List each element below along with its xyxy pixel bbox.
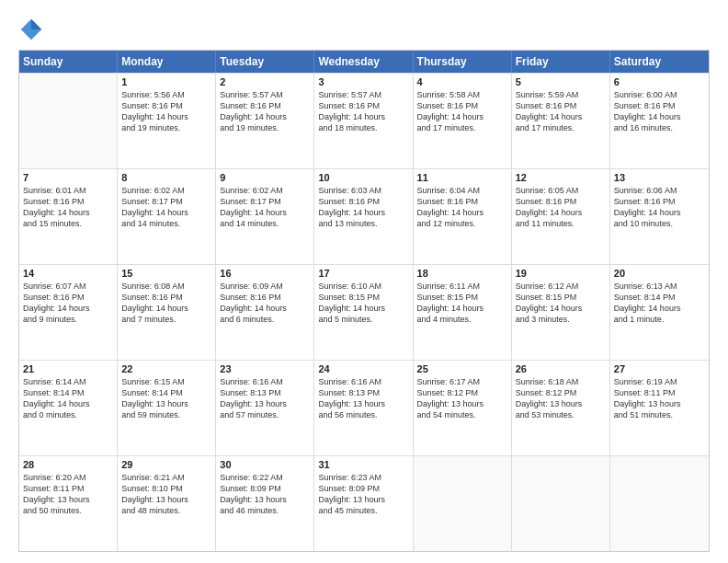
day-info: Sunrise: 6:08 AM Sunset: 8:16 PM Dayligh…	[121, 281, 211, 326]
day-number: 17	[318, 268, 408, 279]
day-number: 27	[614, 363, 705, 374]
cal-header-cell: Thursday	[414, 51, 512, 73]
day-number: 10	[318, 172, 408, 183]
cal-cell	[512, 456, 610, 551]
day-info: Sunrise: 6:09 AM Sunset: 8:16 PM Dayligh…	[220, 281, 310, 326]
logo-icon	[18, 17, 44, 42]
day-info: Sunrise: 6:17 AM Sunset: 8:12 PM Dayligh…	[417, 376, 507, 421]
day-number: 23	[220, 363, 310, 374]
day-number: 7	[23, 172, 113, 183]
cal-week: 21Sunrise: 6:14 AM Sunset: 8:14 PM Dayli…	[19, 360, 709, 455]
day-info: Sunrise: 5:57 AM Sunset: 8:16 PM Dayligh…	[220, 89, 310, 134]
day-info: Sunrise: 6:20 AM Sunset: 8:11 PM Dayligh…	[23, 472, 113, 517]
day-number: 3	[318, 76, 408, 87]
day-info: Sunrise: 6:16 AM Sunset: 8:13 PM Dayligh…	[318, 376, 408, 421]
cal-cell: 6Sunrise: 6:00 AM Sunset: 8:16 PM Daylig…	[610, 74, 709, 168]
day-info: Sunrise: 5:59 AM Sunset: 8:16 PM Dayligh…	[516, 89, 606, 134]
day-info: Sunrise: 6:21 AM Sunset: 8:10 PM Dayligh…	[121, 472, 211, 517]
cal-cell	[610, 456, 709, 551]
day-info: Sunrise: 6:01 AM Sunset: 8:16 PM Dayligh…	[23, 185, 113, 230]
cal-cell: 12Sunrise: 6:05 AM Sunset: 8:16 PM Dayli…	[512, 169, 610, 264]
day-info: Sunrise: 6:16 AM Sunset: 8:13 PM Dayligh…	[220, 376, 310, 421]
cal-cell: 2Sunrise: 5:57 AM Sunset: 8:16 PM Daylig…	[216, 74, 314, 168]
cal-header-cell: Monday	[118, 51, 216, 73]
day-number: 9	[220, 172, 310, 183]
day-number: 25	[417, 363, 507, 374]
svg-marker-1	[31, 19, 41, 29]
cal-week: 28Sunrise: 6:20 AM Sunset: 8:11 PM Dayli…	[19, 455, 709, 551]
day-info: Sunrise: 5:57 AM Sunset: 8:16 PM Dayligh…	[318, 89, 408, 134]
day-info: Sunrise: 5:58 AM Sunset: 8:16 PM Dayligh…	[417, 89, 507, 134]
cal-cell: 21Sunrise: 6:14 AM Sunset: 8:14 PM Dayli…	[19, 361, 118, 455]
day-info: Sunrise: 6:15 AM Sunset: 8:14 PM Dayligh…	[121, 376, 211, 421]
cal-cell: 30Sunrise: 6:22 AM Sunset: 8:09 PM Dayli…	[216, 456, 314, 551]
day-number: 29	[121, 459, 211, 470]
cal-header-cell: Friday	[512, 51, 610, 73]
cal-cell: 19Sunrise: 6:12 AM Sunset: 8:15 PM Dayli…	[512, 265, 610, 360]
page: SundayMondayTuesdayWednesdayThursdayFrid…	[0, 0, 728, 563]
cal-cell: 27Sunrise: 6:19 AM Sunset: 8:11 PM Dayli…	[610, 361, 709, 455]
cal-cell: 5Sunrise: 5:59 AM Sunset: 8:16 PM Daylig…	[512, 74, 610, 168]
day-number: 30	[220, 459, 310, 470]
cal-cell: 10Sunrise: 6:03 AM Sunset: 8:16 PM Dayli…	[314, 169, 413, 264]
day-number: 2	[220, 76, 310, 87]
day-number: 13	[614, 172, 705, 183]
cal-cell: 11Sunrise: 6:04 AM Sunset: 8:16 PM Dayli…	[414, 169, 512, 264]
day-info: Sunrise: 6:23 AM Sunset: 8:09 PM Dayligh…	[318, 472, 408, 517]
cal-cell	[414, 456, 512, 551]
day-info: Sunrise: 6:06 AM Sunset: 8:16 PM Dayligh…	[614, 185, 705, 230]
day-info: Sunrise: 6:02 AM Sunset: 8:17 PM Dayligh…	[121, 185, 211, 230]
cal-week: 7Sunrise: 6:01 AM Sunset: 8:16 PM Daylig…	[19, 168, 709, 264]
cal-cell: 1Sunrise: 5:56 AM Sunset: 8:16 PM Daylig…	[118, 74, 216, 168]
day-number: 20	[614, 268, 705, 279]
cal-cell: 25Sunrise: 6:17 AM Sunset: 8:12 PM Dayli…	[414, 361, 512, 455]
day-info: Sunrise: 6:07 AM Sunset: 8:16 PM Dayligh…	[23, 281, 113, 326]
day-info: Sunrise: 6:22 AM Sunset: 8:09 PM Dayligh…	[220, 472, 310, 517]
day-number: 4	[417, 76, 507, 87]
day-number: 6	[614, 76, 705, 87]
cal-cell: 7Sunrise: 6:01 AM Sunset: 8:16 PM Daylig…	[19, 169, 118, 264]
cal-header-cell: Wednesday	[314, 51, 413, 73]
cal-cell: 13Sunrise: 6:06 AM Sunset: 8:16 PM Dayli…	[610, 169, 709, 264]
cal-cell	[19, 74, 118, 168]
calendar: SundayMondayTuesdayWednesdayThursdayFrid…	[18, 50, 710, 552]
day-info: Sunrise: 6:18 AM Sunset: 8:12 PM Dayligh…	[516, 376, 606, 421]
cal-cell: 17Sunrise: 6:10 AM Sunset: 8:15 PM Dayli…	[314, 265, 413, 360]
day-info: Sunrise: 6:03 AM Sunset: 8:16 PM Dayligh…	[318, 185, 408, 230]
day-info: Sunrise: 6:12 AM Sunset: 8:15 PM Dayligh…	[516, 281, 606, 326]
cal-cell: 23Sunrise: 6:16 AM Sunset: 8:13 PM Dayli…	[216, 361, 314, 455]
cal-cell: 18Sunrise: 6:11 AM Sunset: 8:15 PM Dayli…	[414, 265, 512, 360]
day-number: 16	[220, 268, 310, 279]
cal-cell: 24Sunrise: 6:16 AM Sunset: 8:13 PM Dayli…	[314, 361, 413, 455]
day-number: 24	[318, 363, 408, 374]
day-number: 19	[516, 268, 606, 279]
cal-cell: 14Sunrise: 6:07 AM Sunset: 8:16 PM Dayli…	[19, 265, 118, 360]
day-number: 22	[121, 363, 211, 374]
cal-cell: 8Sunrise: 6:02 AM Sunset: 8:17 PM Daylig…	[118, 169, 216, 264]
day-info: Sunrise: 6:11 AM Sunset: 8:15 PM Dayligh…	[417, 281, 507, 326]
day-info: Sunrise: 6:19 AM Sunset: 8:11 PM Dayligh…	[614, 376, 705, 421]
cal-header-cell: Saturday	[610, 51, 709, 73]
cal-cell: 29Sunrise: 6:21 AM Sunset: 8:10 PM Dayli…	[118, 456, 216, 551]
day-info: Sunrise: 6:05 AM Sunset: 8:16 PM Dayligh…	[516, 185, 606, 230]
cal-week: 1Sunrise: 5:56 AM Sunset: 8:16 PM Daylig…	[19, 73, 709, 168]
logo	[18, 17, 48, 42]
day-info: Sunrise: 6:04 AM Sunset: 8:16 PM Dayligh…	[417, 185, 507, 230]
cal-cell: 16Sunrise: 6:09 AM Sunset: 8:16 PM Dayli…	[216, 265, 314, 360]
cal-cell: 31Sunrise: 6:23 AM Sunset: 8:09 PM Dayli…	[314, 456, 413, 551]
day-info: Sunrise: 6:14 AM Sunset: 8:14 PM Dayligh…	[23, 376, 113, 421]
day-info: Sunrise: 6:10 AM Sunset: 8:15 PM Dayligh…	[318, 281, 408, 326]
day-number: 5	[516, 76, 606, 87]
day-number: 31	[318, 459, 408, 470]
day-number: 26	[516, 363, 606, 374]
day-info: Sunrise: 5:56 AM Sunset: 8:16 PM Dayligh…	[121, 89, 211, 134]
day-number: 28	[23, 459, 113, 470]
day-number: 12	[516, 172, 606, 183]
cal-week: 14Sunrise: 6:07 AM Sunset: 8:16 PM Dayli…	[19, 264, 709, 360]
cal-cell: 26Sunrise: 6:18 AM Sunset: 8:12 PM Dayli…	[512, 361, 610, 455]
day-number: 11	[417, 172, 507, 183]
cal-cell: 3Sunrise: 5:57 AM Sunset: 8:16 PM Daylig…	[314, 74, 413, 168]
cal-header-cell: Sunday	[19, 51, 118, 73]
day-number: 1	[121, 76, 211, 87]
header	[18, 17, 710, 42]
